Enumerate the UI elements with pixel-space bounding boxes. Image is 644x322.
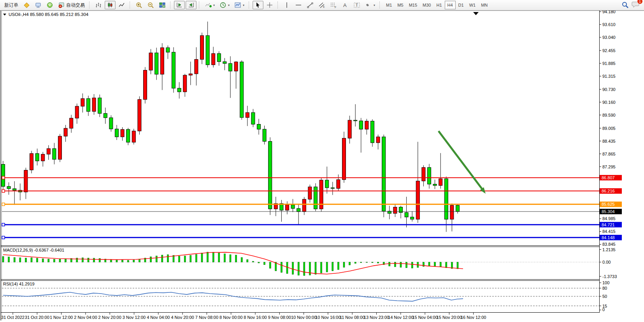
candle-body <box>456 205 460 212</box>
candle-body <box>331 188 334 189</box>
auto-scroll-button[interactable] <box>174 1 185 9</box>
line-anchor-handle[interactable] <box>2 203 5 206</box>
macd-bar <box>286 262 288 273</box>
line-chart-button[interactable] <box>116 1 127 9</box>
macd-bar <box>76 258 78 262</box>
timeframe-button-H4[interactable]: H4 <box>445 1 456 9</box>
time-axis-label: 16 Nov 12:00 <box>461 315 486 320</box>
level-price-label-text: 85.625 <box>602 202 615 206</box>
rsi-axis-label: 80 <box>602 286 607 290</box>
price-axis-label: 92.455 <box>602 48 616 53</box>
level-price-label-text: 86.216 <box>602 189 615 193</box>
fibonacci-button[interactable]: F <box>328 1 339 9</box>
candle-body <box>2 164 5 187</box>
vertical-line-icon <box>283 2 290 9</box>
crosshair-button[interactable] <box>264 1 275 9</box>
periods-button[interactable]: ▾ <box>218 1 232 9</box>
line-anchor-handle[interactable] <box>2 236 5 239</box>
candle-body <box>257 124 261 130</box>
bar-chart-button[interactable] <box>93 1 104 9</box>
candle-body <box>35 154 39 161</box>
macd-bar <box>349 262 351 265</box>
chart-area[interactable]: 94.18093.61093.04092.45591.88591.31590.7… <box>0 0 644 322</box>
equidistant-channel-button[interactable]: E <box>316 1 327 9</box>
toolbar-right: 1 <box>621 0 642 10</box>
chart-shift-button[interactable] <box>186 1 197 9</box>
svg-text:A: A <box>343 2 347 8</box>
vertical-line-button[interactable] <box>281 1 292 9</box>
timeframe-button-H1[interactable]: H1 <box>433 1 444 9</box>
text-label-button[interactable]: T <box>351 1 362 9</box>
text-icon: A <box>342 2 349 9</box>
rsi-axis-label: 0 <box>602 307 605 312</box>
candle-body <box>115 129 119 137</box>
candle-body <box>7 186 11 189</box>
candle-body <box>314 187 318 209</box>
chevron-down-icon: ▾ <box>374 4 375 7</box>
zoom-in-button[interactable] <box>133 1 144 9</box>
macd-bar <box>65 259 67 262</box>
level-price-label-text: 84.721 <box>602 222 615 227</box>
timeframe-button-MN[interactable]: MN <box>478 1 490 9</box>
macd-bar <box>195 254 197 262</box>
line-anchor-handle[interactable] <box>2 190 5 192</box>
zoom-out-button[interactable] <box>145 1 156 9</box>
timeframe-group: M1M5M15M30H1H4D1W1MN <box>383 1 490 9</box>
macd-bar <box>326 262 328 272</box>
macd-bar <box>82 258 83 262</box>
time-axis-label: 7 Nov 08:00 <box>195 315 218 320</box>
candle-body <box>13 189 16 190</box>
candle-body <box>126 130 130 142</box>
horizontal-line-button[interactable] <box>293 1 304 9</box>
time-axis-label: 13 Nov 23:00 <box>364 315 389 320</box>
price-axis-label: 84.415 <box>602 229 616 234</box>
timeframe-button-M5[interactable]: M5 <box>395 1 406 9</box>
time-axis-label: 11 Nov 08:00 <box>340 315 365 320</box>
timeframe-button-W1[interactable]: W1 <box>467 1 479 9</box>
cursor-button[interactable] <box>253 1 263 9</box>
timeframe-button-M30[interactable]: M30 <box>420 1 433 9</box>
macd-bar <box>31 258 32 262</box>
svg-text:T: T <box>356 3 358 7</box>
candle-body <box>98 98 102 114</box>
notifications-button[interactable]: 1 <box>632 0 640 10</box>
candle-body <box>183 75 187 92</box>
line-anchor-handle[interactable] <box>2 176 5 179</box>
macd-bar <box>241 257 242 262</box>
tile-windows-icon <box>159 2 166 9</box>
macd-bar <box>133 260 135 262</box>
auto-trading-button[interactable]: 自动交易 <box>56 1 87 9</box>
macd-bar <box>139 259 140 262</box>
chart-background <box>0 10 644 322</box>
candle-body <box>47 149 50 154</box>
arrows-button[interactable]: ▾ <box>363 1 377 9</box>
macd-bar <box>53 259 55 262</box>
bar-chart-icon <box>95 2 102 9</box>
tile-windows-button[interactable] <box>157 1 168 9</box>
indicators-button[interactable]: ▾ <box>203 1 217 9</box>
templates-button[interactable]: ▾ <box>232 1 246 9</box>
macd-bar <box>400 262 402 267</box>
candlestick-chart-button[interactable] <box>105 1 116 9</box>
candle-body <box>359 121 363 129</box>
terminal-window-button[interactable] <box>33 1 44 9</box>
candle-body <box>223 62 226 64</box>
clock-icon <box>219 2 226 9</box>
chevron-down-icon: ▾ <box>228 4 230 7</box>
timeframe-button-M15[interactable]: M15 <box>406 1 420 9</box>
timeframe-button-M1[interactable]: M1 <box>383 1 395 9</box>
macd-bar <box>332 262 333 271</box>
macd-bar <box>161 255 163 262</box>
signals-button[interactable] <box>44 1 55 9</box>
yellow-diamond-icon[interactable] <box>21 1 32 9</box>
macd-bar <box>337 262 339 270</box>
macd-bar <box>360 262 362 262</box>
macd-bar <box>406 262 407 268</box>
line-anchor-handle[interactable] <box>2 223 5 226</box>
timeframe-button-D1[interactable]: D1 <box>456 1 467 9</box>
text-button[interactable]: A <box>340 1 351 9</box>
toolbar-grip <box>170 2 172 9</box>
search-icon[interactable] <box>621 1 629 9</box>
trendline-button[interactable] <box>305 1 316 9</box>
new-order-button[interactable]: 新订单 <box>2 1 20 9</box>
